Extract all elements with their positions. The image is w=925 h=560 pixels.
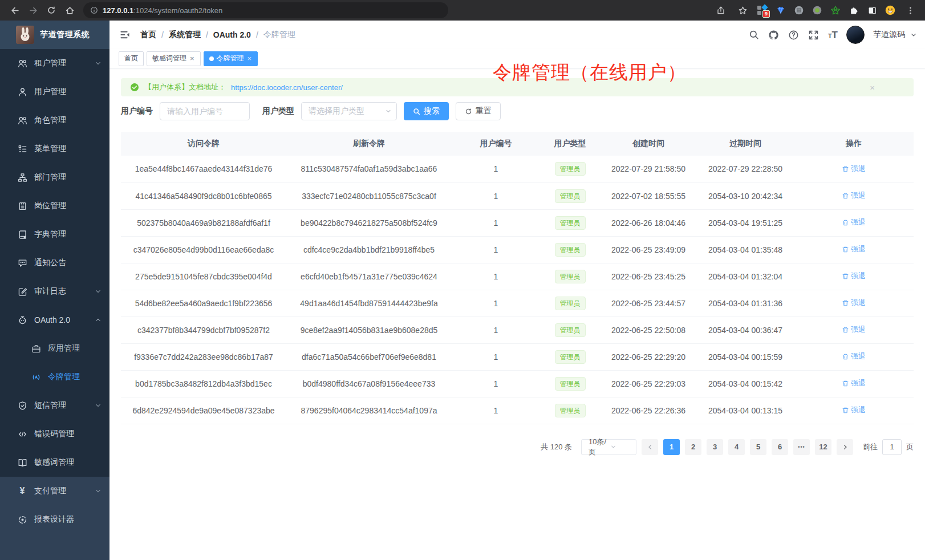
extension-grid-icon[interactable]: 9 <box>756 4 769 17</box>
sidebar-item-13[interactable]: 错误码管理 <box>0 420 109 448</box>
share-icon[interactable] <box>713 2 729 18</box>
sidebar-item-7[interactable]: 通知公告 <box>0 249 109 277</box>
user-avatar[interactable] <box>846 26 865 44</box>
split-screen-icon[interactable] <box>866 4 878 17</box>
sidebar-item-14[interactable]: 敏感词管理 <box>0 448 109 477</box>
tab-close-icon[interactable]: × <box>247 55 253 62</box>
force-logout-button[interactable]: 强退 <box>842 271 866 281</box>
user-type-cell: 管理员 <box>540 209 600 236</box>
sidebar-item-3[interactable]: 菜单管理 <box>0 135 109 163</box>
sidebar-item-15[interactable]: ¥支付管理 <box>0 477 109 505</box>
breadcrumb-item-1[interactable]: 系统管理 <box>169 30 201 40</box>
address-bar[interactable]: 127.0.0.1:1024/system/oauth2/token <box>83 2 448 18</box>
extension-circle-icon[interactable] <box>793 4 805 17</box>
page-size-select[interactable]: 10条/页 <box>581 439 636 455</box>
robot-icon <box>17 315 27 325</box>
user-type-select[interactable]: 请选择用户类型 <box>301 102 397 120</box>
sidebar-item-8[interactable]: 审计日志 <box>0 277 109 306</box>
search-icon[interactable] <box>748 29 760 40</box>
force-logout-button[interactable]: 强退 <box>842 244 866 254</box>
sidebar-item-12[interactable]: 短信管理 <box>0 391 109 420</box>
alert-close-icon[interactable]: × <box>870 83 875 92</box>
reload-icon[interactable] <box>43 2 59 18</box>
site-info-icon[interactable] <box>90 6 98 14</box>
breadcrumb-item-2[interactable]: OAuth 2.0 <box>213 30 251 39</box>
user-type-cell: 管理员 <box>540 397 600 424</box>
goto-page-input[interactable] <box>882 439 902 455</box>
tab-0[interactable]: 首页 <box>119 51 144 66</box>
page-button-3[interactable]: 3 <box>707 439 723 455</box>
tab-2[interactable]: 令牌管理× <box>204 51 258 66</box>
more-pages-button[interactable]: ••• <box>793 439 810 455</box>
sidebar-item-label: 应用管理 <box>48 343 102 354</box>
force-logout-button[interactable]: 强退 <box>842 164 866 174</box>
extension-record-icon[interactable] <box>811 4 823 17</box>
sidebar-item-6[interactable]: 字典管理 <box>0 220 109 249</box>
page-button-12[interactable]: 12 <box>815 439 831 455</box>
sidebar-item-1[interactable]: 用户管理 <box>0 78 109 106</box>
force-logout-button[interactable]: 强退 <box>842 351 866 362</box>
alert-doc-link[interactable]: https://doc.iocoder.cn/user-center/ <box>231 83 343 92</box>
sidebar-item-label: 用户管理 <box>34 87 102 97</box>
force-logout-button[interactable]: 强退 <box>842 190 866 201</box>
user-type-badge: 管理员 <box>555 404 586 417</box>
sidebar-item-0[interactable]: 租户管理 <box>0 49 109 78</box>
page-button-5[interactable]: 5 <box>750 439 766 455</box>
sidebar-item-4[interactable]: 部门管理 <box>0 163 109 192</box>
next-page-button[interactable] <box>837 439 853 455</box>
home-icon[interactable] <box>62 2 78 18</box>
chevron-up-icon <box>95 316 102 323</box>
search-button-label: 搜索 <box>424 106 440 116</box>
search-button[interactable]: 搜索 <box>404 102 449 120</box>
user-id-cell: 1 <box>452 182 540 209</box>
bookmark-star-icon[interactable] <box>735 2 750 18</box>
sidebar-item-11[interactable]: 令牌管理 <box>0 363 109 391</box>
force-logout-button[interactable]: 强退 <box>842 378 866 388</box>
sidebar-item-9[interactable]: OAuth 2.0 <box>0 306 109 334</box>
reset-button[interactable]: 重置 <box>456 102 501 120</box>
prev-page-button[interactable] <box>642 439 658 455</box>
column-header-6: 操作 <box>794 132 914 156</box>
tab-1[interactable]: 敏感词管理× <box>147 51 201 66</box>
force-logout-label: 强退 <box>851 217 866 228</box>
sidebar-item-5[interactable]: 岗位管理 <box>0 192 109 220</box>
sidebar-item-10[interactable]: 应用管理 <box>0 334 109 363</box>
font-size-icon[interactable]: TT <box>828 30 838 40</box>
profile-emoji-icon[interactable] <box>884 4 896 17</box>
github-icon[interactable] <box>768 29 780 40</box>
user-menu-caret-icon[interactable] <box>910 31 917 38</box>
user-type-badge: 管理员 <box>555 297 586 310</box>
force-logout-button[interactable]: 强退 <box>842 324 866 335</box>
user-id-label: 用户编号 <box>121 106 153 116</box>
id-badge-icon <box>17 201 27 211</box>
forward-icon[interactable] <box>25 2 41 18</box>
user-id-input[interactable] <box>160 102 250 120</box>
help-icon[interactable] <box>788 29 800 40</box>
user-name[interactable]: 芋道源码 <box>873 30 905 40</box>
breadcrumb-item-0[interactable]: 首页 <box>140 30 156 40</box>
force-logout-button[interactable]: 强退 <box>842 217 866 228</box>
sidebar-item-16[interactable]: 报表设计器 <box>0 505 109 534</box>
force-logout-button[interactable]: 强退 <box>842 405 866 415</box>
browser-menu-icon[interactable] <box>902 2 918 18</box>
page-button-4[interactable]: 4 <box>728 439 745 455</box>
page-button-2[interactable]: 2 <box>685 439 701 455</box>
tab-close-icon[interactable]: × <box>189 55 195 62</box>
force-logout-button[interactable]: 强退 <box>842 298 866 308</box>
user-id-cell: 1 <box>452 156 540 182</box>
extension-gem-icon[interactable] <box>774 4 787 17</box>
extension-badge: 9 <box>762 10 770 18</box>
sidebar-item-label: 支付管理 <box>34 486 88 496</box>
fullscreen-icon[interactable] <box>808 29 819 40</box>
page-button-1[interactable]: 1 <box>663 439 680 455</box>
page-button-6[interactable]: 6 <box>772 439 788 455</box>
back-icon[interactable] <box>7 2 23 18</box>
sidebar-item-2[interactable]: 角色管理 <box>0 106 109 135</box>
table-row-2: 502375b8040a469a9b82188afdf6af1fbe90422b… <box>121 209 914 236</box>
extension-star-icon[interactable] <box>829 4 842 17</box>
extensions-puzzle-icon[interactable] <box>847 4 860 17</box>
breadcrumb-separator: / <box>206 30 208 39</box>
app-logo-bar[interactable]: 芋道管理系统 <box>0 21 109 49</box>
alert-message: 【用户体系】文档地址： <box>144 82 226 92</box>
sidebar-collapse-icon[interactable] <box>119 29 131 41</box>
